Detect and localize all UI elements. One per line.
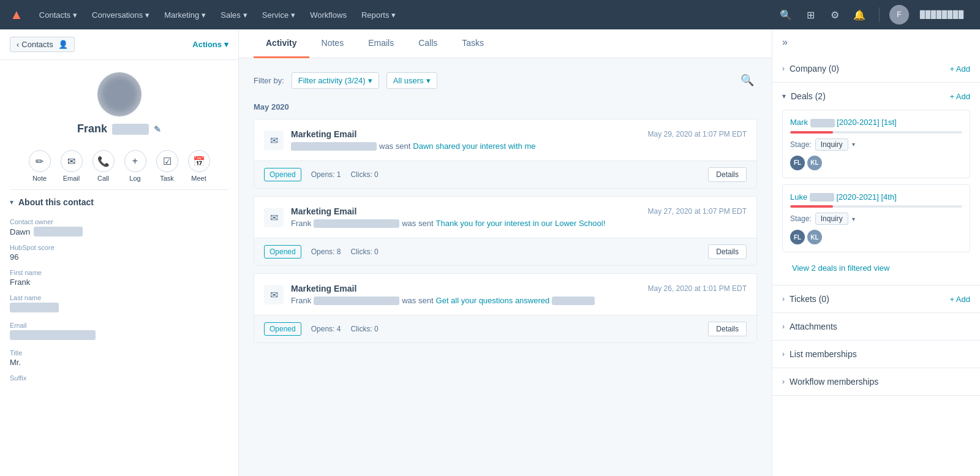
card-body-3: Marketing Email May 26, 2020 at 1:01 PM … [291,284,747,305]
card-footer-2: Opened Opens: 8 Clicks: 0 Details [254,238,756,265]
log-button[interactable]: + Log [124,150,146,182]
collapse-sidebar-button[interactable]: » [782,37,788,48]
deals-add-button[interactable]: + Add [949,92,970,101]
email-link-3[interactable]: Get all your questions answered [436,296,550,305]
tab-tasks[interactable]: Tasks [450,29,496,58]
tab-emails[interactable]: Emails [356,29,406,58]
all-users-button[interactable]: All users ▾ [386,72,437,89]
action-buttons-row: ✏ Note ✉ Email 📞 Call + Log ☑ Task 📅 Mee [0,143,238,189]
meet-button[interactable]: 📅 Meet [188,150,210,182]
activity-search-button[interactable]: 🔍 [737,70,757,90]
status-badge-2: Opened [264,245,301,259]
stage-dropdown-icon-2: ▾ [852,216,855,222]
deal-stage-row-1: Stage: Inquiry ▾ [790,138,962,151]
deal-avatars-2: FL KL [790,230,962,244]
note-button[interactable]: ✏ Note [29,150,51,182]
nav-sales[interactable]: Sales ▾ [214,7,254,23]
company-add-button[interactable]: + Add [949,64,970,74]
deal-card-1: Mark [2020-2021] [1st] Stage: Inquiry ▾ … [782,110,970,178]
deal-name-2[interactable]: Luke [2020-2021] [4th] [790,192,962,202]
notifications-icon[interactable]: 🔔 [850,5,869,25]
user-menu[interactable]: ▉▉▉▉▉▉▉▉ [914,7,970,23]
deal-card-2: Luke [2020-2021] [4th] Stage: Inquiry ▾ … [782,184,970,253]
rs-deals-section: ▾ Deals (2) + Add Mark [2020-2021] [1st] [772,83,980,285]
settings-icon[interactable]: ⚙ [825,5,845,25]
opens-stat-3: Opens: 4 [311,325,341,333]
deal-progress-fill-1 [790,131,833,134]
task-button[interactable]: ☑ Task [156,150,178,182]
about-chevron-icon: ▾ [10,198,13,206]
company-chevron-icon: › [782,64,785,73]
nav-conversations[interactable]: Conversations ▾ [86,7,156,23]
back-chevron-icon: ‹ [17,40,19,49]
view-deals-link[interactable]: View 2 deals in filtered view [782,259,970,278]
apps-icon[interactable]: ⊞ [801,5,820,25]
details-button-2[interactable]: Details [708,244,747,259]
activity-card-3: ✉ Marketing Email May 26, 2020 at 1:01 P… [254,273,757,343]
clicks-stat-3: Clicks: 0 [350,325,378,333]
contact-avatar-area: Frank ✎ [0,60,238,143]
details-button-1[interactable]: Details [708,167,747,182]
deal-stage-select-1[interactable]: Inquiry [815,138,848,151]
nav-service[interactable]: Service ▾ [256,7,301,23]
left-sidebar: ‹ Contacts 👤 Actions ▾ Frank ✎ ✏ Note [0,29,239,476]
activity-card-2: ✉ Marketing Email May 27, 2020 at 1:07 P… [254,196,757,266]
card-desc-3: Frank was sent Get all your questions an… [291,296,747,305]
nav-reports[interactable]: Reports ▾ [355,7,402,23]
avatar-image [101,76,138,113]
field-contact-owner: Contact owner Dawn [10,214,228,240]
meet-icon: 📅 [188,150,210,172]
rs-deals-header[interactable]: ▾ Deals (2) + Add [772,83,980,110]
rs-list-memberships-header[interactable]: › List memberships [772,341,980,368]
field-first-name: First name Frank [10,265,228,290]
email-activity-icon-1: ✉ [264,130,284,150]
hubspot-logo[interactable]: ▲ [10,7,23,23]
rs-workflow-memberships-header[interactable]: › Workflow memberships [772,368,980,395]
about-section-header[interactable]: ▾ About this contact [10,190,228,214]
dropdown-icon: ▾ [224,40,228,49]
back-to-contacts-button[interactable]: ‹ Contacts 👤 [10,37,75,52]
rs-list-memberships-section: › List memberships [772,341,980,368]
tab-calls[interactable]: Calls [406,29,450,58]
actions-button[interactable]: Actions ▾ [192,40,228,49]
deals-chevron-icon: ▾ [782,92,786,100]
email-link-1[interactable]: Dawn shared your interest with me [413,142,535,151]
email-activity-icon-3: ✉ [264,285,284,304]
deal-stage-select-2[interactable]: Inquiry [815,213,848,225]
opens-stat-2: Opens: 8 [311,247,341,256]
details-button-3[interactable]: Details [708,322,747,336]
deal-progress-fill-2 [790,205,833,208]
field-suffix: Suffix [10,371,228,387]
rs-company-header[interactable]: › Company (0) + Add [772,55,980,82]
call-button[interactable]: 📞 Call [92,150,115,182]
deal-name-1[interactable]: Mark [2020-2021] [1st] [790,118,962,127]
contact-avatar [97,72,141,116]
card-desc-2: Frank was sent Thank you for your intere… [291,219,747,228]
nav-workflows[interactable]: Workflows [304,7,353,23]
filter-activity-button[interactable]: Filter activity (3/24) ▾ [292,72,379,89]
rs-tickets-header[interactable]: › Tickets (0) + Add [772,285,980,312]
edit-contact-icon[interactable]: ✎ [154,124,161,134]
search-icon[interactable]: 🔍 [776,5,796,25]
deal-stage-row-2: Stage: Inquiry ▾ [790,213,962,225]
card-desc-1: was sent Dawn shared your interest with … [291,142,747,151]
person-icon: 👤 [58,40,68,49]
email-button[interactable]: ✉ Email [61,150,83,182]
log-icon: + [124,150,146,172]
tab-activity[interactable]: Activity [254,29,309,58]
rs-workflow-memberships-section: › Workflow memberships [772,368,980,396]
tab-notes[interactable]: Notes [309,29,356,58]
user-avatar[interactable]: F [889,5,909,25]
main-content: Activity Notes Emails Calls Tasks Filter… [239,29,772,476]
field-last-name: Last name [10,290,228,318]
card-header-2: ✉ Marketing Email May 27, 2020 at 1:07 P… [254,197,756,238]
filter-bar: Filter by: Filter activity (3/24) ▾ All … [254,70,757,90]
nav-marketing[interactable]: Marketing ▾ [158,7,212,23]
rs-company-section: › Company (0) + Add [772,55,980,83]
email-link-2[interactable]: Thank you for your interest in our Lower… [436,219,606,228]
rs-attachments-header[interactable]: › Attachments [772,313,980,340]
attachments-chevron-icon: › [782,322,785,331]
tickets-add-button[interactable]: + Add [949,295,970,304]
nav-contacts[interactable]: Contacts ▾ [33,7,83,23]
month-header: May 2020 [254,102,757,111]
